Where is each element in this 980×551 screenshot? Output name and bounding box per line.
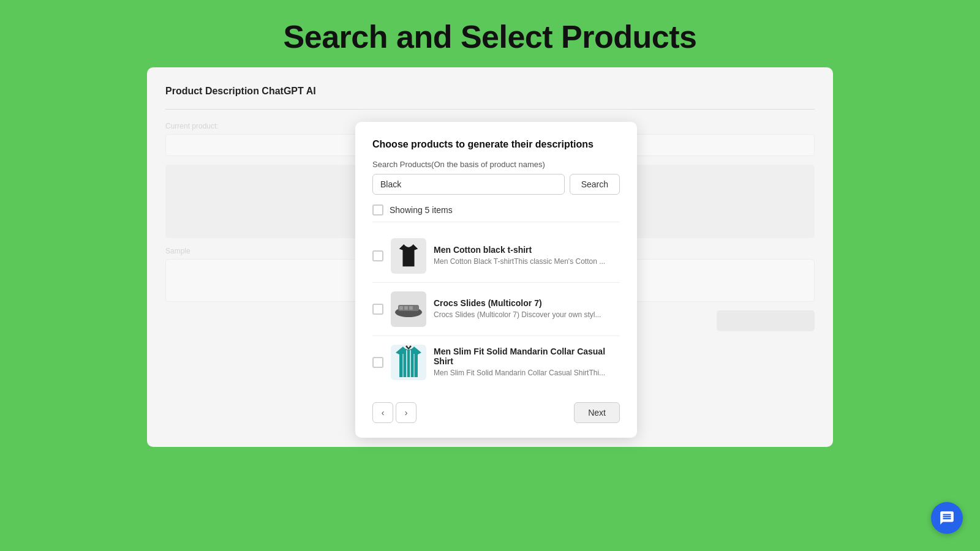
mandarin-shirt-icon bbox=[393, 345, 424, 380]
product-name-3: Men Slim Fit Solid Mandarin Collar Casua… bbox=[434, 347, 620, 366]
product-info-3: Men Slim Fit Solid Mandarin Collar Casua… bbox=[434, 347, 620, 378]
select-all-checkbox[interactable] bbox=[372, 204, 383, 216]
select-all-row: Showing 5 items bbox=[372, 204, 620, 222]
product-desc-2: Crocs Slides (Multicolor 7) Discover you… bbox=[434, 310, 620, 320]
product-list: Men Cotton black t-shirt Men Cotton Blac… bbox=[372, 230, 620, 389]
tshirt-icon bbox=[398, 243, 420, 269]
product-info-1: Men Cotton black t-shirt Men Cotton Blac… bbox=[434, 245, 620, 267]
chat-icon bbox=[939, 510, 955, 526]
main-card: Product Description ChatGPT AI Current p… bbox=[147, 67, 833, 447]
search-input[interactable] bbox=[372, 174, 565, 195]
prev-page-button[interactable]: ‹ bbox=[372, 402, 393, 423]
product-selection-modal: Choose products to generate their descri… bbox=[355, 122, 637, 438]
product-item: Men Slim Fit Solid Mandarin Collar Casua… bbox=[372, 336, 620, 389]
svg-rect-8 bbox=[402, 354, 404, 377]
pagination-row: ‹ › Next bbox=[372, 400, 620, 423]
slides-icon bbox=[393, 300, 424, 318]
svg-rect-6 bbox=[410, 350, 411, 377]
product-name-2: Crocs Slides (Multicolor 7) bbox=[434, 298, 620, 308]
product-item: Men Cotton black t-shirt Men Cotton Blac… bbox=[372, 230, 620, 283]
product-item: Crocs Slides (Multicolor 7) Crocs Slides… bbox=[372, 283, 620, 336]
svg-rect-5 bbox=[406, 350, 407, 377]
product-checkbox-1[interactable] bbox=[372, 250, 383, 261]
search-products-label: Search Products(On the basis of product … bbox=[372, 160, 620, 169]
product-checkbox-2[interactable] bbox=[372, 304, 383, 315]
product-desc-1: Men Cotton Black T-shirtThis classic Men… bbox=[434, 257, 620, 267]
modal-title: Choose products to generate their descri… bbox=[372, 139, 620, 150]
product-desc-3: Men Slim Fit Solid Mandarin Collar Casua… bbox=[434, 368, 620, 378]
svg-rect-3 bbox=[404, 306, 408, 310]
search-button[interactable]: Search bbox=[570, 174, 620, 195]
generate-description-button[interactable] bbox=[717, 310, 815, 331]
content-area: Current product: sample-image Sample Cho… bbox=[165, 122, 815, 331]
product-name-1: Men Cotton black t-shirt bbox=[434, 245, 620, 255]
product-thumbnail-2 bbox=[391, 291, 426, 327]
product-thumbnail-1 bbox=[391, 238, 426, 274]
app-label: Product Description ChatGPT AI bbox=[165, 86, 815, 97]
search-row: Search bbox=[372, 174, 620, 195]
page-title: Search and Select Products bbox=[0, 0, 980, 67]
product-thumbnail-3 bbox=[391, 345, 426, 380]
next-page-button[interactable]: › bbox=[396, 402, 417, 423]
svg-rect-2 bbox=[399, 306, 403, 310]
product-info-2: Crocs Slides (Multicolor 7) Crocs Slides… bbox=[434, 298, 620, 320]
product-checkbox-3[interactable] bbox=[372, 357, 383, 368]
svg-rect-7 bbox=[413, 354, 415, 377]
chat-bubble[interactable] bbox=[931, 502, 963, 534]
next-button[interactable]: Next bbox=[574, 402, 620, 423]
svg-rect-4 bbox=[409, 306, 413, 310]
page-navigation: ‹ › bbox=[372, 402, 417, 423]
showing-count: Showing 5 items bbox=[390, 205, 453, 215]
